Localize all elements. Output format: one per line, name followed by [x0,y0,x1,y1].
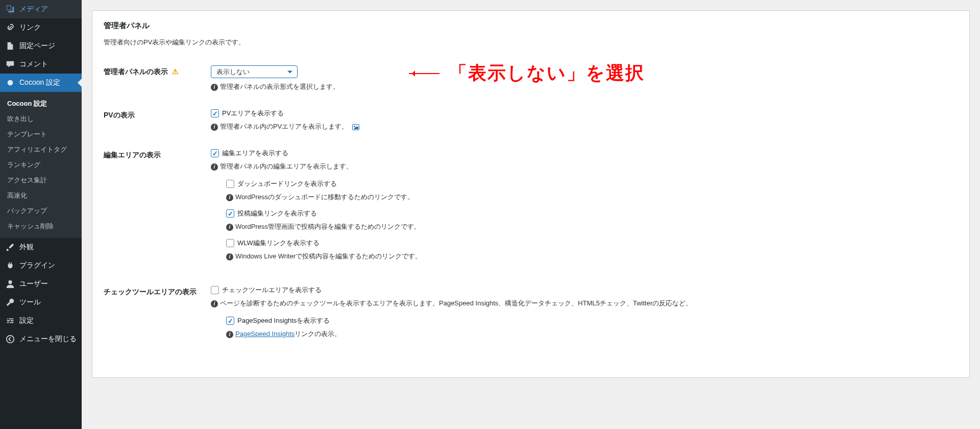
dashboard-link-checkbox[interactable]: ダッシュボードリンクを表示する [226,179,953,188]
info-icon: i [226,253,233,260]
info-icon: i [226,331,233,338]
sidebar-label: メニューを閉じる [19,335,77,344]
settings-form: 管理者パネルの表示 ⚠ 表示しない i管理者パネルの表示形式を選択します。 [104,59,958,357]
link-icon [5,22,15,33]
sidebar-submenu: Cocoon 設定 吹き出し テンプレート アフィリエイトタグ ランキング アク… [0,92,82,238]
page-icon [5,41,15,51]
submenu-item[interactable]: バックアップ [0,203,82,219]
sidebar-label: コメント [19,60,48,69]
info-icon: i [211,163,218,171]
plug-icon [5,260,15,271]
svg-point-0 [8,80,13,86]
checkbox-icon [211,149,219,157]
check-tool-checkbox[interactable]: チェックツールエリアを表示する [211,285,953,295]
submenu-item[interactable]: アクセス集計 [0,173,82,188]
info-icon: i [211,84,218,91]
post-edit-link-checkbox[interactable]: 投稿編集リンクを表示する [226,209,953,218]
wlw-link-checkbox[interactable]: WLW編集リンクを表示する [226,239,953,248]
hint-text: i管理者パネル内の編集エリアを表示します。 [211,162,953,171]
admin-panel-settings: 管理者パネル 管理者向けのPV表示や編集リンクの表示です。 「表示しない」を選択… [92,10,970,378]
checkbox-icon [226,317,234,325]
submenu-item[interactable]: 高速化 [0,188,82,203]
hint-text: iWordPress管理画面で投稿内容を編集するためのリンクです。 [226,222,953,231]
settings-icon [5,316,15,326]
psi-link[interactable]: PageSpeed Insights [235,330,295,338]
pv-area-checkbox[interactable]: PVエリアを表示する [211,109,953,118]
sidebar-label: Cocoon 設定 [19,78,60,87]
checkbox-icon [211,109,219,117]
media-icon [5,4,15,14]
info-icon: i [211,124,218,131]
image-icon[interactable] [352,124,359,130]
sidebar-collapse[interactable]: メニューを閉じる [0,330,82,348]
submenu-item[interactable]: アフィリエイトタグ [0,142,82,157]
submenu-item[interactable]: キャッシュ削除 [0,219,82,234]
sidebar-item-media[interactable]: メディア [0,0,82,18]
row-label-edit: 編集エリアの表示 [104,142,211,279]
arrow-icon [409,73,439,74]
annotation-callout: 「表示しない」を選択 [409,61,645,86]
sidebar-label: リンク [19,23,41,32]
checkbox-icon [226,209,234,218]
info-icon: i [226,224,233,231]
svg-point-1 [8,280,12,284]
sidebar-item-settings[interactable]: 設定 [0,312,82,330]
collapse-icon [5,334,15,344]
sidebar-label: プラグイン [19,261,55,270]
user-icon [5,279,15,289]
sidebar-item-cocoon[interactable]: Cocoon 設定 [0,74,82,92]
annotation-text: 「表示しない」を選択 [449,61,645,86]
checkbox-icon [226,180,234,188]
sidebar-item-appearance[interactable]: 外観 [0,238,82,256]
submenu-head[interactable]: Cocoon 設定 [0,96,82,111]
sidebar-label: ユーザー [19,279,48,289]
sidebar-item-pages[interactable]: 固定ページ [0,37,82,55]
hint-text: iWordPressのダッシュボードに移動するためのリンクです。 [226,193,953,202]
checkbox-icon [211,286,219,294]
svg-point-2 [7,336,14,343]
sidebar-label: 設定 [19,316,34,325]
hint-text: i管理者パネル内のPVエリアを表示します。 [211,122,953,131]
psi-checkbox[interactable]: PageSpeed Insightsを表示する [226,316,953,325]
row-label-display: 管理者パネルの表示 ⚠ [104,59,211,103]
panel-description: 管理者向けのPV表示や編集リンクの表示です。 [104,38,958,47]
sidebar-item-comments[interactable]: コメント [0,55,82,74]
row-label-pv: PVの表示 [104,103,211,142]
tool-icon [5,297,15,307]
hint-text: iPageSpeed Insightsリンクの表示。 [226,329,953,339]
brush-icon [5,242,15,252]
comment-icon [5,59,15,69]
sidebar-item-links[interactable]: リンク [0,18,82,37]
hint-text: iページを診断するためのチェックツールを表示するエリアを表示します。PageSp… [211,299,953,308]
sidebar-label: ツール [19,298,41,307]
sidebar-item-tools[interactable]: ツール [0,293,82,312]
hint-text: iWindows Live Writerで投稿内容を編集するためのリンクです。 [226,252,953,261]
sidebar-item-users[interactable]: ユーザー [0,275,82,293]
warning-icon: ⚠ [172,67,179,76]
submenu-item[interactable]: ランキング [0,157,82,173]
info-icon: i [211,300,218,307]
sidebar-item-plugins[interactable]: プラグイン [0,256,82,275]
row-label-check: チェックツールエリアの表示 [104,279,211,357]
info-icon: i [226,194,233,201]
checkbox-icon [226,239,234,247]
admin-panel-display-select[interactable]: 表示しない [211,65,298,78]
dot-icon [5,78,15,88]
submenu-item[interactable]: テンプレート [0,127,82,142]
sidebar-label: 外観 [19,243,34,252]
content-area: 管理者パネル 管理者向けのPV表示や編集リンクの表示です。 「表示しない」を選択… [82,0,980,429]
panel-title: 管理者パネル [104,21,958,31]
admin-sidebar: メディア リンク 固定ページ コメント Cocoon 設定 Cocoon 設定 … [0,0,82,429]
edit-area-checkbox[interactable]: 編集エリアを表示する [211,149,953,158]
sidebar-label: 固定ページ [19,41,55,51]
submenu-item[interactable]: 吹き出し [0,111,82,127]
sidebar-label: メディア [19,5,48,14]
